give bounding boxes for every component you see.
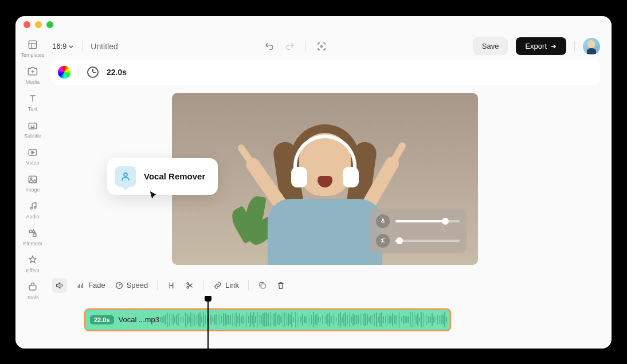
canvas-area: Vocal Remover	[50, 93, 600, 274]
divider	[82, 41, 83, 52]
trash-icon	[276, 281, 285, 290]
sidebar-label: Tools	[26, 295, 38, 300]
cut-button[interactable]	[185, 281, 194, 290]
tools-icon	[27, 281, 38, 293]
effect-icon	[27, 255, 38, 266]
copy-button[interactable]	[258, 281, 267, 290]
music-mute-icon	[376, 234, 390, 248]
svg-rect-6	[33, 233, 36, 236]
sidebar-item-subtitle[interactable]: Subtitle	[15, 120, 50, 139]
sidebar-label: Templates	[21, 52, 44, 58]
svg-rect-3	[29, 176, 36, 183]
sidebar-item-image[interactable]: Image	[15, 174, 50, 193]
volume-button[interactable]	[52, 278, 67, 293]
sidebar-item-audio[interactable]: Audio	[15, 201, 50, 220]
sidebar-item-templates[interactable]: Templates	[15, 39, 50, 58]
sidebar-label: Element	[23, 241, 42, 246]
link-icon	[213, 281, 222, 290]
fade-button[interactable]: Fade	[76, 281, 105, 290]
speed-button[interactable]: Speed	[115, 281, 148, 290]
export-button[interactable]: Export	[516, 37, 566, 55]
sidebar-label: Text	[28, 106, 38, 112]
microphone-icon	[376, 214, 390, 228]
export-label: Export	[525, 42, 547, 50]
video-icon	[27, 147, 38, 158]
popup-label: Vocal Remover	[144, 171, 205, 181]
copy-icon	[258, 281, 267, 290]
left-sidebar: Templates Media Text Subtitle Video Imag…	[15, 33, 50, 349]
cursor-icon	[148, 190, 159, 201]
save-button[interactable]: Save	[473, 37, 508, 55]
project-title[interactable]: Untitled	[91, 42, 117, 51]
sidebar-label: Effect	[26, 268, 40, 273]
svg-rect-13	[261, 284, 265, 288]
divider	[574, 41, 575, 52]
clip-filename: Vocal ...mp3	[119, 315, 160, 324]
undo-icon[interactable]	[264, 41, 275, 52]
speaker-icon	[55, 281, 64, 290]
speed-label: Speed	[127, 281, 148, 289]
divider	[203, 280, 204, 291]
svg-rect-1	[29, 123, 36, 128]
aspect-ratio-selector[interactable]: 16:9	[52, 42, 74, 50]
waveform-graphic	[160, 312, 446, 328]
music-slider-row	[376, 234, 460, 248]
color-wheel-icon[interactable]	[58, 66, 70, 79]
vocal-remover-popup[interactable]: Vocal Remover	[107, 158, 218, 195]
sidebar-item-effect[interactable]: Effect	[15, 255, 50, 273]
aspect-ratio-value: 16:9	[52, 42, 66, 50]
split-icon	[167, 281, 176, 290]
window-maximize-dot[interactable]	[46, 21, 53, 28]
info-bar: 22.0s	[50, 60, 600, 85]
svg-point-11	[187, 283, 189, 284]
bottom-panel: Fade Speed Lin	[50, 274, 600, 349]
redo-icon[interactable]	[285, 41, 295, 52]
vocal-volume-slider[interactable]	[395, 220, 460, 222]
fade-icon	[76, 281, 85, 290]
svg-rect-7	[29, 285, 36, 289]
sidebar-item-tools[interactable]: Tools	[15, 281, 50, 300]
sidebar-item-text[interactable]: Text	[15, 93, 50, 112]
history-group	[264, 41, 327, 52]
scissors-icon	[185, 281, 194, 290]
timeline-toolbar: Fade Speed Lin	[50, 274, 600, 297]
sidebar-label: Image	[25, 187, 40, 193]
delete-button[interactable]	[276, 281, 285, 290]
main-area: Templates Media Text Subtitle Video Imag…	[15, 33, 612, 349]
element-icon	[27, 228, 38, 239]
clock-icon	[87, 66, 99, 78]
video-preview[interactable]	[172, 93, 478, 265]
app-window: Templates Media Text Subtitle Video Imag…	[15, 16, 612, 349]
sidebar-label: Video	[26, 160, 40, 166]
timeline-track[interactable]: 22.0s Vocal ...mp3	[50, 297, 600, 349]
clip-duration-tag: 22.0s	[90, 315, 114, 324]
audio-clip[interactable]: 22.0s Vocal ...mp3	[84, 308, 451, 331]
divider	[305, 41, 306, 52]
sidebar-item-media[interactable]: Media	[15, 66, 50, 85]
sidebar-item-video[interactable]: Video	[15, 147, 50, 166]
audio-control-panel	[369, 209, 467, 253]
audio-icon	[27, 201, 38, 212]
window-close-dot[interactable]	[23, 21, 30, 28]
divider	[79, 67, 79, 77]
window-titlebar	[15, 16, 612, 33]
user-avatar[interactable]	[583, 38, 600, 55]
sidebar-item-element[interactable]: Element	[15, 228, 50, 246]
window-minimize-dot[interactable]	[35, 21, 42, 28]
scan-icon[interactable]	[316, 41, 327, 52]
playhead[interactable]	[207, 297, 209, 349]
link-label: Link	[225, 281, 239, 289]
link-button[interactable]: Link	[213, 281, 239, 290]
top-toolbar: 16:9 Untitled Save Export	[50, 33, 600, 60]
media-icon	[27, 66, 38, 77]
split-button[interactable]	[167, 281, 176, 290]
music-volume-slider[interactable]	[395, 240, 460, 242]
vocal-slider-row	[376, 214, 460, 228]
chevron-down-icon	[68, 44, 74, 49]
text-icon	[27, 93, 38, 104]
divider	[157, 280, 158, 291]
arrow-right-icon	[550, 43, 557, 50]
subtitle-icon	[27, 120, 38, 131]
speed-icon	[115, 281, 124, 290]
person-icon	[115, 166, 136, 187]
